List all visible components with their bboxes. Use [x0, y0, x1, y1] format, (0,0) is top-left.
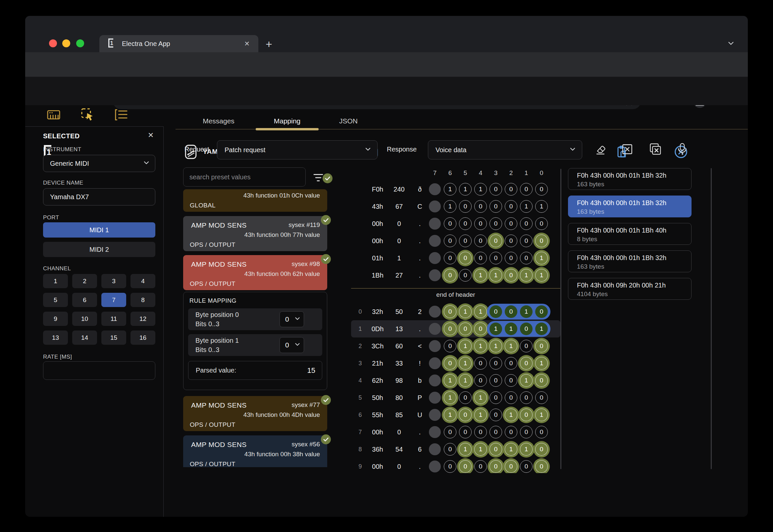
- response-select[interactable]: Voice data: [428, 140, 582, 159]
- bit-toggle[interactable]: 0: [505, 460, 517, 473]
- channel-button-6[interactable]: 6: [72, 293, 97, 307]
- instrument-select[interactable]: Generic MIDI: [43, 155, 155, 172]
- channel-button-11[interactable]: 11: [101, 312, 126, 326]
- bit-toggle[interactable]: 0: [535, 183, 548, 196]
- selected-close-icon[interactable]: ✕: [148, 131, 154, 140]
- bit-toggle[interactable]: 1: [535, 252, 548, 264]
- bit-toggle[interactable]: 0: [489, 252, 502, 264]
- bit-toggle[interactable]: 1: [474, 183, 487, 196]
- bit-toggle[interactable]: 0: [505, 235, 517, 247]
- bit-toggle[interactable]: 1: [535, 323, 548, 335]
- bit-toggle[interactable]: 0: [520, 252, 532, 264]
- bit-toggle[interactable]: 0: [489, 357, 502, 370]
- byte-row[interactable]: 655h85U1010101: [351, 406, 560, 423]
- request-select[interactable]: Patch request: [217, 140, 378, 159]
- bit-toggle[interactable]: 0: [444, 252, 456, 264]
- search-input[interactable]: [183, 167, 306, 187]
- bit-toggle[interactable]: 0: [444, 357, 456, 370]
- bit-toggle[interactable]: 0: [489, 305, 502, 318]
- bit-toggle[interactable]: 0: [459, 200, 472, 213]
- bit-toggle[interactable]: 0: [474, 217, 487, 230]
- channel-button-10[interactable]: 10: [72, 312, 97, 326]
- rate-input[interactable]: [43, 361, 155, 380]
- channel-button-4[interactable]: 4: [130, 274, 155, 288]
- bit-toggle[interactable]: 1: [474, 443, 487, 456]
- port-button-midi-2[interactable]: MIDI 2: [43, 242, 155, 257]
- bit-toggle[interactable]: 1: [459, 340, 472, 352]
- byte-row[interactable]: 321h33!0100001: [351, 355, 560, 372]
- bit-toggle[interactable]: 1: [474, 305, 487, 318]
- bit-toggle[interactable]: 0: [474, 252, 487, 264]
- bit-toggle[interactable]: 1: [459, 305, 472, 318]
- bit-toggle[interactable]: 1: [520, 269, 532, 282]
- byte-row[interactable]: 23Ch60<0111100: [351, 337, 560, 355]
- bit-toggle[interactable]: 1: [444, 409, 456, 421]
- traffic-minimize-button[interactable]: [62, 39, 70, 47]
- bit-toggle[interactable]: 0: [489, 460, 502, 473]
- byte-row[interactable]: 01h1.0000001: [351, 249, 560, 267]
- bit-toggle[interactable]: 1: [459, 374, 472, 387]
- bit-toggle[interactable]: 0: [520, 409, 532, 421]
- bit-toggle[interactable]: 0: [520, 460, 532, 473]
- bit-toggle[interactable]: 0: [489, 391, 502, 404]
- bit-toggle[interactable]: 0: [474, 357, 487, 370]
- bit-toggle[interactable]: 0: [489, 426, 502, 438]
- bit-toggle[interactable]: 0: [535, 443, 548, 456]
- bit-toggle[interactable]: 0: [474, 323, 487, 335]
- bit-toggle[interactable]: 1: [535, 200, 548, 213]
- eraser-icon[interactable]: [592, 141, 609, 157]
- bit-toggle[interactable]: 0: [505, 183, 517, 196]
- bit-toggle[interactable]: 0: [459, 217, 472, 230]
- byte-row[interactable]: F0h240ð1110000: [351, 181, 560, 198]
- bit-toggle[interactable]: 0: [489, 409, 502, 421]
- bit-toggle[interactable]: 1: [459, 183, 472, 196]
- bit-toggle[interactable]: 1: [444, 200, 456, 213]
- bit-toggle[interactable]: 0: [459, 252, 472, 264]
- device-name-field[interactable]: Yamaha DX7: [43, 188, 155, 205]
- bit-toggle[interactable]: 0: [520, 340, 532, 352]
- bit-toggle[interactable]: 0: [505, 200, 517, 213]
- bit-toggle[interactable]: 0: [489, 235, 502, 247]
- channel-button-15[interactable]: 15: [101, 331, 126, 345]
- clear-all-boxes-icon[interactable]: [646, 141, 663, 157]
- bit-toggle[interactable]: 0: [505, 269, 517, 282]
- bit-toggle[interactable]: 1: [535, 269, 548, 282]
- bit-toggle[interactable]: 0: [474, 426, 487, 438]
- bit-toggle[interactable]: 0: [444, 340, 456, 352]
- value-card[interactable]: 43h function 01h 0Ch valueGLOBAL: [183, 189, 327, 212]
- byte-row[interactable]: 550h80P1010000: [351, 389, 560, 406]
- byte-row[interactable]: 462h98b1100010: [351, 372, 560, 389]
- bit-toggle[interactable]: 0: [535, 305, 548, 318]
- byte-value-select[interactable]: 0: [280, 337, 304, 353]
- bit-toggle[interactable]: 0: [505, 426, 517, 438]
- bit-toggle[interactable]: 0: [520, 323, 532, 335]
- bit-toggle[interactable]: 0: [505, 252, 517, 264]
- byte-value-select[interactable]: 0: [280, 311, 304, 327]
- bit-toggle[interactable]: 0: [505, 357, 517, 370]
- channel-button-8[interactable]: 8: [130, 293, 155, 307]
- bit-toggle[interactable]: 1: [474, 340, 487, 352]
- bit-toggle[interactable]: 1: [444, 391, 456, 404]
- byte-row[interactable]: 00h0.0000000: [351, 215, 560, 232]
- bit-toggle[interactable]: 0: [444, 460, 456, 473]
- messages-scrollbar[interactable]: [711, 168, 712, 469]
- bit-toggle[interactable]: 0: [520, 183, 532, 196]
- value-card[interactable]: AMP MOD SENSsysex #9843h function 00h 62…: [183, 255, 327, 290]
- bit-toggle[interactable]: 0: [459, 426, 472, 438]
- bit-toggle[interactable]: 0: [459, 391, 472, 404]
- bit-toggle[interactable]: 1: [459, 443, 472, 456]
- bit-toggle[interactable]: 1: [474, 409, 487, 421]
- channel-button-5[interactable]: 5: [43, 293, 68, 307]
- bit-toggle[interactable]: 0: [489, 200, 502, 213]
- bit-toggle[interactable]: 0: [520, 426, 532, 438]
- bit-toggle[interactable]: 0: [505, 217, 517, 230]
- bit-toggle[interactable]: 1: [489, 323, 502, 335]
- bit-toggle[interactable]: 0: [489, 374, 502, 387]
- bit-toggle[interactable]: 0: [505, 391, 517, 404]
- bit-toggle[interactable]: 0: [459, 269, 472, 282]
- tab-messages[interactable]: Messages: [203, 117, 235, 125]
- tab-mapping[interactable]: Mapping: [274, 117, 301, 125]
- bit-toggle[interactable]: 0: [489, 183, 502, 196]
- traffic-close-button[interactable]: [49, 39, 57, 47]
- bit-toggle[interactable]: 0: [474, 374, 487, 387]
